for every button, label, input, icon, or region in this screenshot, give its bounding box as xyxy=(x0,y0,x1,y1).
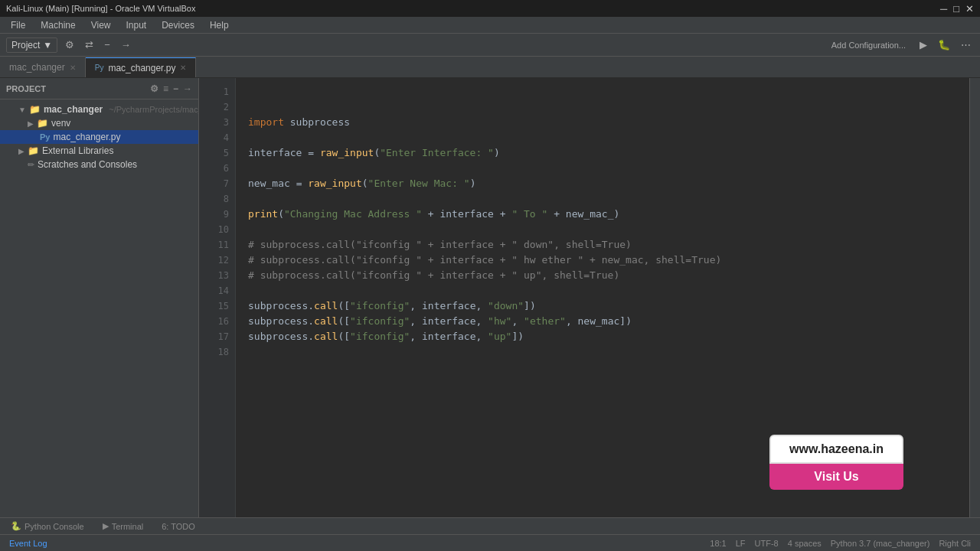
code-line-10 xyxy=(248,222,969,237)
line-numbers: 1 2 3 4 5 6 7 8 9 10 11 12 13 14 15 16 1… xyxy=(199,78,236,517)
line-num-14: 14 xyxy=(199,283,229,298)
tree-venv-folder-icon: 📁 xyxy=(37,118,48,129)
bottom-tab-python-console[interactable]: 🐍 Python Console xyxy=(6,518,89,534)
menu-devices[interactable]: Devices xyxy=(155,18,201,32)
sidebar-header-icons: ⚙ ≡ − → xyxy=(150,83,192,94)
line-num-15: 15 xyxy=(199,298,229,314)
sidebar-arrow-icon[interactable]: → xyxy=(183,83,192,94)
tree-item-external-libs[interactable]: ▶ 📁 External Libraries xyxy=(0,144,198,158)
toolbar-sync-btn[interactable]: ⇄ xyxy=(82,37,96,52)
line-num-16: 16 xyxy=(199,314,229,329)
line-num-17: 17 xyxy=(199,329,229,344)
menu-machine[interactable]: Machine xyxy=(34,18,81,32)
line-num-4: 4 xyxy=(199,130,229,145)
main-layout: Project ⚙ ≡ − → ▼ 📁 mac_changer ~/Pychar… xyxy=(0,78,980,517)
editor-scrollbar[interactable] xyxy=(969,78,980,517)
tree-scratch-icon: ✏ xyxy=(28,160,34,170)
bottom-tab-terminal[interactable]: ▶ Terminal xyxy=(98,518,149,534)
status-python-version: Python 3.7 (mac_changer) xyxy=(831,539,930,548)
tree-item-venv[interactable]: ▶ 📁 venv xyxy=(0,116,198,130)
python-console-icon: 🐍 xyxy=(11,521,21,531)
project-tree: ▼ 📁 mac_changer ~/PycharmProjects/mac_ch… xyxy=(0,99,198,517)
line-num-6: 6 xyxy=(199,161,229,176)
code-line-14 xyxy=(248,283,969,298)
line-num-8: 8 xyxy=(199,191,229,207)
title-bar: Kali-Linux (Main) [Running] - Oracle VM … xyxy=(0,0,980,17)
toolbar-debug-btn[interactable]: 🐛 xyxy=(935,37,953,52)
project-selector[interactable]: Project ▼ xyxy=(6,37,57,53)
tree-folder-icon: 📁 xyxy=(29,104,41,115)
tree-item-mac-changer-root[interactable]: ▼ 📁 mac_changer ~/PycharmProjects/mac_ch… xyxy=(0,103,198,116)
tree-extlib-arrow-icon: ▶ xyxy=(18,147,24,155)
terminal-label: Terminal xyxy=(112,522,144,531)
code-line-9: print("Changing Mac Address " + interfac… xyxy=(248,207,969,222)
tab-label-mac-changer-py: mac_changer.py xyxy=(108,63,175,73)
add-config-button[interactable]: Add Configuration... xyxy=(825,39,912,51)
sidebar-settings-icon[interactable]: ⚙ xyxy=(150,83,158,94)
toolbar-settings-btn[interactable]: ⚙ xyxy=(62,37,77,52)
close-btn[interactable]: ✕ xyxy=(965,3,974,15)
code-line-15: subprocess.call(["ifconfig", interface, … xyxy=(248,298,969,314)
tab-close-icon[interactable]: ✕ xyxy=(70,64,76,72)
sidebar-minus-icon[interactable]: − xyxy=(173,83,178,94)
status-left: Event Log xyxy=(9,539,47,548)
todo-label: 6: TODO xyxy=(162,522,195,531)
title-bar-controls[interactable]: ─ □ ✕ xyxy=(940,3,974,15)
line-num-1: 1 xyxy=(199,84,229,99)
code-line-16: subprocess.call(["ifconfig", interface, … xyxy=(248,314,969,329)
code-line-3: import subprocess xyxy=(248,115,969,130)
sidebar-list-icon[interactable]: ≡ xyxy=(163,83,168,94)
status-position: 18:1 xyxy=(710,539,726,548)
code-line-12: # subprocess.call("ifconfig " + interfac… xyxy=(248,253,969,268)
tree-item-scratches[interactable]: ✏ Scratches and Consoles xyxy=(0,158,198,171)
tab-close-py-icon[interactable]: ✕ xyxy=(180,64,186,72)
event-log-link[interactable]: Event Log xyxy=(9,539,47,548)
line-num-7: 7 xyxy=(199,176,229,191)
code-line-13: # subprocess.call("ifconfig " + interfac… xyxy=(248,268,969,283)
line-num-18: 18 xyxy=(199,344,229,360)
menu-help[interactable]: Help xyxy=(204,18,235,32)
status-right-click: Right Cli xyxy=(939,539,971,548)
project-label: Project xyxy=(11,40,40,51)
toolbar-run-btn[interactable]: ▶ xyxy=(916,37,930,52)
tab-mac-changer[interactable]: mac_changer ✕ xyxy=(0,57,86,77)
tab-mac-changer-py[interactable]: Py mac_changer.py ✕ xyxy=(86,57,197,77)
status-bar: Event Log 18:1 LF UTF-8 4 spaces Python … xyxy=(0,534,980,551)
line-num-5: 5 xyxy=(199,145,229,161)
line-num-13: 13 xyxy=(199,268,229,283)
tree-item-mac-changer-py[interactable]: Py mac_changer.py xyxy=(0,130,198,144)
line-num-12: 12 xyxy=(199,253,229,268)
toolbar-right: Add Configuration... ▶ 🐛 ⋯ xyxy=(825,37,974,52)
menu-view[interactable]: View xyxy=(85,18,117,32)
toolbar-expand-btn[interactable]: → xyxy=(118,37,134,52)
tree-label-external-libs: External Libraries xyxy=(42,145,113,156)
bottom-panel: 🐍 Python Console ▶ Terminal 6: TODO xyxy=(0,517,980,534)
status-right: 18:1 LF UTF-8 4 spaces Python 3.7 (mac_c… xyxy=(710,539,971,548)
editor-area: 1 2 3 4 5 6 7 8 9 10 11 12 13 14 15 16 1… xyxy=(199,78,980,517)
minimize-btn[interactable]: ─ xyxy=(940,3,947,15)
code-area[interactable]: import subprocess interface = raw_input(… xyxy=(236,78,969,517)
toolbar-more-btn[interactable]: ⋯ xyxy=(958,37,974,52)
code-line-7: new_mac = raw_input("Enter New Mac: ") xyxy=(248,176,969,191)
code-line-2 xyxy=(248,99,969,115)
bottom-tab-todo[interactable]: 6: TODO xyxy=(157,518,200,534)
tree-label-mac-changer: mac_changer xyxy=(44,104,103,115)
sidebar-header: Project ⚙ ≡ − → xyxy=(0,78,198,99)
code-line-5: interface = raw_input("Enter Interface: … xyxy=(248,145,969,161)
line-num-10: 10 xyxy=(199,222,229,237)
editor-content[interactable]: 1 2 3 4 5 6 7 8 9 10 11 12 13 14 15 16 1… xyxy=(199,78,980,517)
toolbar-collapse-btn[interactable]: − xyxy=(101,37,113,52)
code-line-4 xyxy=(248,130,969,145)
menu-input[interactable]: Input xyxy=(120,18,153,32)
tree-venv-arrow-icon: ▶ xyxy=(28,119,34,128)
code-line-18 xyxy=(248,344,969,360)
tree-pyfile-icon: Py xyxy=(40,132,50,142)
code-line-8 xyxy=(248,191,969,207)
status-line-ending: LF xyxy=(736,539,746,548)
tree-arrow-icon: ▼ xyxy=(18,106,26,114)
menu-file[interactable]: File xyxy=(5,18,31,32)
line-num-2: 2 xyxy=(199,99,229,115)
menu-bar: File Machine View Input Devices Help xyxy=(0,17,980,34)
maximize-btn[interactable]: □ xyxy=(953,3,959,15)
tab-label-mac-changer: mac_changer xyxy=(9,62,65,73)
